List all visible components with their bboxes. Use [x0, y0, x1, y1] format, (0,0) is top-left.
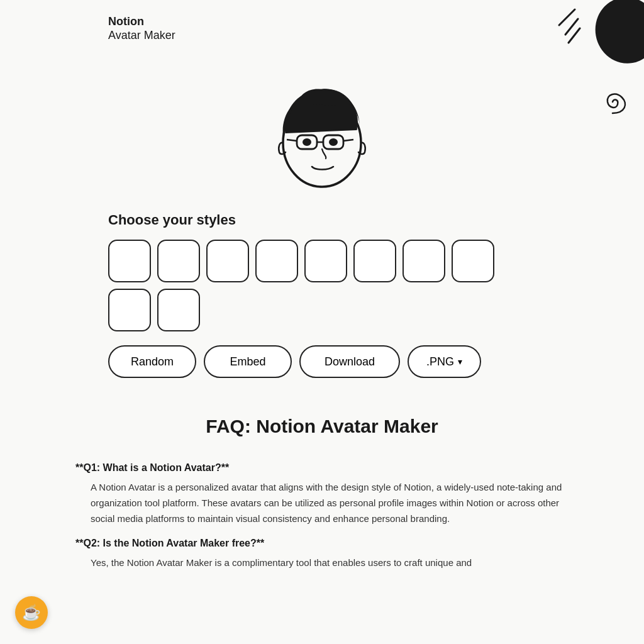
style-options-row — [108, 240, 536, 331]
faq-item-2: **Q2: Is the Notion Avatar Maker free?**… — [75, 538, 569, 571]
header: Notion Avatar Maker — [0, 0, 644, 42]
style-option-7[interactable] — [402, 240, 445, 282]
coffee-button[interactable]: ☕ — [15, 596, 48, 629]
faq-title: FAQ: Notion Avatar Maker — [75, 416, 569, 437]
style-option-6[interactable] — [353, 240, 396, 282]
svg-point-10 — [303, 138, 311, 146]
styles-label: Choose your styles — [108, 212, 536, 228]
download-button[interactable]: Download — [299, 345, 400, 378]
format-button[interactable]: .PNG ▾ — [408, 345, 481, 378]
svg-point-11 — [329, 138, 338, 146]
action-buttons: Random Embed Download .PNG ▾ — [108, 345, 536, 378]
style-option-10[interactable] — [157, 289, 200, 331]
style-option-5[interactable] — [304, 240, 347, 282]
faq-answer-2: Yes, the Notion Avatar Maker is a compli… — [91, 555, 569, 571]
app-subtitle: Avatar Maker — [108, 29, 644, 43]
faq-question-2: **Q2: Is the Notion Avatar Maker free?** — [75, 538, 569, 549]
random-button[interactable]: Random — [108, 345, 196, 378]
style-option-2[interactable] — [157, 240, 200, 282]
avatar-display — [0, 42, 644, 212]
svg-line-9 — [343, 140, 353, 141]
chevron-down-icon: ▾ — [458, 357, 462, 367]
avatar — [259, 67, 385, 193]
styles-section: Choose your styles Random Embed Download… — [0, 212, 644, 378]
app-title: Notion — [108, 15, 644, 29]
svg-line-8 — [287, 140, 297, 141]
faq-section: FAQ: Notion Avatar Maker **Q1: What is a… — [0, 378, 644, 608]
faq-question-1: **Q1: What is a Notion Avatar?** — [75, 462, 569, 474]
format-label: .PNG — [426, 355, 454, 369]
style-option-8[interactable] — [452, 240, 494, 282]
style-option-9[interactable] — [108, 289, 151, 331]
style-option-1[interactable] — [108, 240, 151, 282]
coffee-icon: ☕ — [22, 604, 41, 621]
style-option-3[interactable] — [206, 240, 249, 282]
faq-item-1: **Q1: What is a Notion Avatar?** A Notio… — [75, 462, 569, 526]
style-option-4[interactable] — [255, 240, 298, 282]
embed-button[interactable]: Embed — [204, 345, 292, 378]
faq-answer-1: A Notion Avatar is a personalized avatar… — [91, 480, 569, 526]
